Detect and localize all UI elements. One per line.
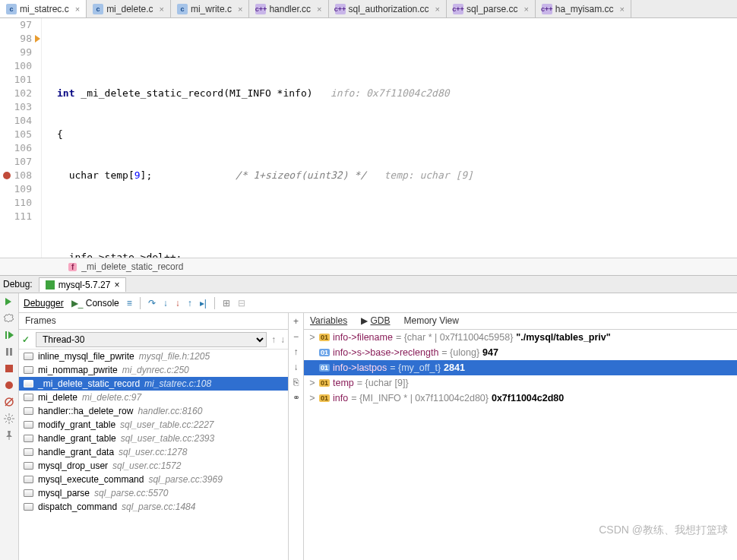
down-icon[interactable]: ↓ [294,362,299,372]
mute-breakpoints-icon[interactable] [4,397,14,407]
file-tab[interactable]: c++sql_parse.cc× [447,0,536,17]
variable-row[interactable]: >01 info = {MI_INFO * | 0x7f11004c2d80} … [304,391,737,406]
pause-icon[interactable] [4,346,14,357]
force-step-into-icon[interactable]: ↓ [176,298,180,308]
var-badge-icon: 01 [319,394,330,402]
pin-icon[interactable] [4,430,14,441]
debug-label: Debug: [3,279,33,289]
line-number[interactable]: 106 [0,141,32,155]
next-frame-icon[interactable]: ↓ [280,334,285,345]
line-number[interactable]: 103 [0,100,32,114]
resume-icon[interactable] [4,330,14,340]
variable-row[interactable]: 01 info->lastpos = {my_off_t} 2841 [304,360,737,375]
debug-bar: Debug: mysql-5.7.27 × [0,276,737,293]
line-number[interactable]: 99 [0,46,32,59]
stack-frame[interactable]: _mi_delete_static_record mi_statrec.c:10… [19,377,288,391]
expand-icon[interactable]: > [308,332,316,343]
thread-select[interactable]: Thread-30 [36,332,267,347]
close-icon[interactable]: × [620,5,625,14]
vars-buttons: + − ↑ ↓ ⎘ ⚭ [289,313,304,560]
close-icon[interactable]: × [114,280,119,290]
debugger-tab[interactable]: Debugger [24,298,64,308]
gear-icon[interactable] [4,413,14,424]
expand-icon[interactable]: > [308,378,316,388]
frame-icon [24,380,33,388]
variable-row[interactable]: >01 info->filename = {char * | 0x7f11004… [304,330,737,345]
stack-frame[interactable]: handler::ha_delete_row handler.cc:8160 [19,404,288,418]
copy-icon[interactable]: ⎘ [293,377,299,388]
settings-icon[interactable] [4,313,14,324]
add-watch-icon[interactable]: + [293,316,299,327]
close-icon[interactable]: × [523,5,528,14]
expand-icon[interactable]: > [308,393,316,403]
close-icon[interactable]: × [317,5,321,14]
close-icon[interactable]: × [75,5,80,14]
run-to-cursor-icon[interactable]: ▸| [200,298,207,308]
stop-icon[interactable] [4,363,14,374]
svg-rect-3 [5,365,13,372]
line-number[interactable]: 100 [0,59,32,73]
file-tab[interactable]: cmi_write.c× [171,0,249,17]
file-tab[interactable]: c++ha_myisam.cc× [536,0,631,17]
line-number[interactable]: 102 [0,87,32,100]
line-number[interactable]: 105 [0,128,32,141]
var-badge-icon: 01 [319,334,330,341]
close-icon[interactable]: × [435,5,440,14]
prev-frame-icon[interactable]: ↑ [271,334,276,345]
stack-frame[interactable]: modify_grant_table sql_user_table.cc:222… [19,418,288,432]
step-out-icon[interactable]: ↑ [188,298,192,308]
line-number[interactable]: 104 [0,114,32,128]
close-icon[interactable]: × [160,5,164,14]
variables-panel: Variables ▶ GDB Memory View >01 info->fi… [304,313,737,560]
close-icon[interactable]: × [238,5,242,14]
memory-tab[interactable]: Memory View [404,315,459,327]
step-over-icon[interactable]: ↷ [148,298,156,308]
step-into-icon[interactable]: ↓ [163,298,168,308]
file-icon: c++ [255,4,266,14]
frames-list[interactable]: inline_mysql_file_pwrite mysql_file.h:12… [19,350,288,560]
line-number[interactable]: 109 [0,182,32,196]
variables-tab[interactable]: Variables [310,315,347,327]
var-badge-icon: 01 [319,349,330,356]
frame-icon [24,448,33,456]
line-number[interactable]: 107 [0,155,32,169]
up-icon[interactable]: ↑ [294,346,299,357]
threads-icon[interactable]: ≡ [127,298,132,308]
breadcrumb[interactable]: f _mi_delete_static_record [0,258,737,276]
evaluate-icon[interactable]: ⊞ [223,298,230,308]
line-number[interactable]: 97 [0,18,32,32]
rerun-icon[interactable] [4,296,14,307]
frame-icon [24,421,33,429]
file-tab[interactable]: c++handler.cc× [249,0,328,17]
more-icon[interactable]: ⊟ [238,298,245,308]
stack-frame[interactable]: inline_mysql_file_pwrite mysql_file.h:12… [19,350,288,363]
line-number[interactable]: 110 [0,196,32,210]
line-number[interactable]: 111 [0,210,32,223]
console-tab[interactable]: ▶_ Console [71,298,119,308]
stack-frame[interactable]: handle_grant_table sql_user_table.cc:239… [19,432,288,445]
variable-row[interactable]: 01 info->s->base->reclength = {ulong} 94… [304,345,737,360]
variable-row[interactable]: >01 temp = {uchar [9]} [304,375,737,391]
line-number[interactable]: 108 [0,169,32,182]
link-icon[interactable]: ⚭ [293,392,300,403]
svg-point-4 [5,381,13,389]
file-tab[interactable]: c++sql_authorization.cc× [329,0,448,17]
view-breakpoints-icon[interactable] [4,380,14,391]
stack-frame[interactable]: handle_grant_data sql_user.cc:1278 [19,445,288,459]
file-tab[interactable]: cmi_statrec.c× [0,0,87,17]
gdb-tab[interactable]: ▶ GDB [361,315,390,327]
code-area[interactable]: int _mi_delete_static_record(MI_INFO *in… [42,18,737,258]
remove-watch-icon[interactable]: − [293,331,299,342]
variables-list[interactable]: >01 info->filename = {char * | 0x7f11004… [304,330,737,560]
stack-frame[interactable]: mysql_drop_user sql_user.cc:1572 [19,459,288,473]
stack-frame[interactable]: dispatch_command sql_parse.cc:1484 [19,500,288,514]
stack-frame[interactable]: mysql_parse sql_parse.cc:5570 [19,486,288,500]
debug-session-tab[interactable]: mysql-5.7.27 × [39,277,127,292]
stack-frame[interactable]: mi_delete mi_delete.c:97 [19,391,288,404]
line-number[interactable]: 101 [0,73,32,87]
stack-frame[interactable]: mysql_execute_command sql_parse.cc:3969 [19,473,288,486]
file-tab[interactable]: cmi_delete.c× [87,0,171,17]
stack-frame[interactable]: mi_nommap_pwrite mi_dynrec.c:250 [19,363,288,377]
frame-icon [24,353,33,360]
line-number[interactable]: 98 [0,32,32,46]
